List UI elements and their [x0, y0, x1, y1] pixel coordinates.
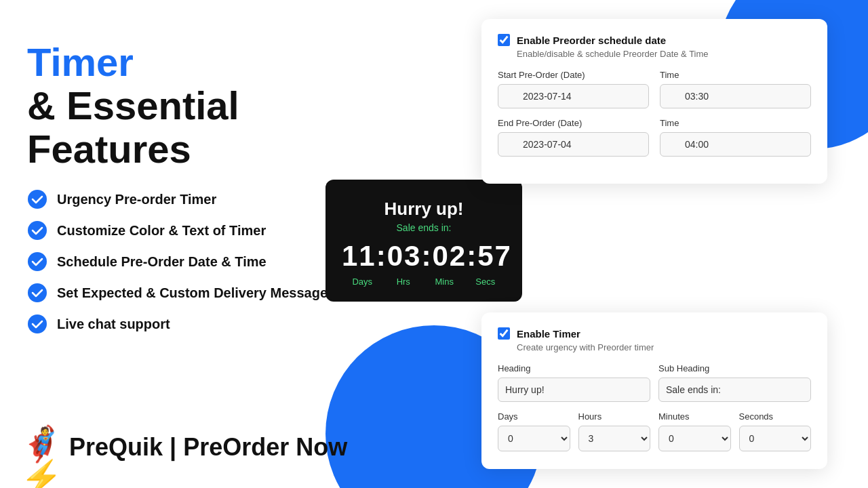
start-date-label: Start Pre-Order (Date) [498, 70, 649, 80]
end-date-group: End Pre-Order (Date) 📅 [498, 118, 649, 157]
timer-label-hrs: Hrs [383, 277, 425, 287]
start-date-wrapper: 📅 [498, 84, 649, 108]
schedule-start-row: Start Pre-Order (Date) 📅 Time 🕐 [498, 70, 811, 108]
timer-label-secs: Secs [465, 277, 507, 287]
brand-footer: 🦸⚡ PreQuik | PreOrder Now [20, 427, 347, 468]
end-time-group: Time 🕐 [660, 118, 811, 157]
start-time-group: Time 🕐 [660, 70, 811, 108]
timer-days-group: Days 0 [498, 411, 570, 451]
title-timer: Timer [27, 40, 134, 84]
feature-text-customize: Customize Color & Text of Timer [57, 223, 266, 239]
end-date-wrapper: 📅 [498, 132, 649, 157]
timer-widget: Hurry up! Sale ends in: 11:03:02:57 Days… [326, 180, 522, 302]
title-essential-2: Features [27, 127, 191, 171]
start-date-input[interactable] [498, 84, 649, 108]
check-icon-chat [27, 314, 47, 334]
timer-hours-label: Hours [578, 411, 651, 422]
timer-seconds-group: Seconds 0 [739, 411, 812, 451]
timer-hours: 03 [387, 240, 422, 272]
timer-labels: Days Hrs Mins Secs [342, 277, 506, 287]
check-icon-delivery [27, 283, 47, 303]
timer-subheading-label: Sub Heading [658, 363, 811, 373]
start-time-label: Time [660, 70, 811, 80]
check-icon-urgency [27, 189, 47, 209]
timer-time-row: Days 0 Hours 3 Minutes 0 Seconds 0 [498, 411, 811, 451]
check-icon-schedule [27, 251, 47, 272]
features-list: Urgency Pre-order Timer Customize Color … [27, 189, 339, 334]
timer-seconds-select[interactable]: 0 [739, 426, 812, 451]
timer-checkbox-row: Enable Timer [498, 327, 811, 340]
start-date-group: Start Pre-Order (Date) 📅 [498, 70, 649, 108]
start-time-input[interactable] [660, 84, 811, 108]
svg-point-0 [28, 190, 47, 209]
timer-mins: 02 [432, 240, 467, 272]
timer-subheading-input[interactable] [658, 378, 811, 402]
timer-heading-input[interactable] [498, 378, 650, 402]
svg-point-2 [28, 252, 47, 271]
timer-widget-heading: Hurry up! [342, 199, 506, 220]
schedule-enable-checkbox[interactable] [498, 34, 510, 46]
end-time-label: Time [660, 118, 811, 128]
svg-point-1 [28, 221, 47, 240]
timer-enable-checkbox[interactable] [498, 327, 510, 340]
end-time-wrapper: 🕐 [660, 132, 811, 157]
title-essential-1: & Essential [27, 83, 239, 127]
end-time-input[interactable] [660, 132, 811, 157]
left-panel: Timer & Essential Features Urgency Pre-o… [27, 41, 339, 334]
timer-hours-select[interactable]: 3 [578, 426, 651, 451]
timer-secs: 57 [477, 240, 512, 272]
timer-label-days: Days [342, 277, 383, 287]
title-block: Timer & Essential Features [27, 41, 339, 170]
feature-text-schedule: Schedule Pre-Order Date & Time [57, 254, 267, 270]
feature-text-chat: Live chat support [57, 317, 170, 332]
timer-label-mins: Mins [424, 277, 465, 287]
timer-hours-group: Hours 3 [578, 411, 651, 451]
timer-heading-group: Heading [498, 363, 650, 402]
timer-settings-card: Enable Timer Create urgency with Preorde… [481, 312, 827, 469]
timer-digits: 11:03:02:57 [342, 240, 506, 272]
feature-item-urgency: Urgency Pre-order Timer [27, 189, 339, 209]
timer-heading-label: Heading [498, 363, 650, 373]
timer-days-select[interactable]: 0 [498, 426, 570, 451]
feature-item-delivery: Set Expected & Custom Delivery Message [27, 283, 339, 303]
timer-minutes-select[interactable]: 0 [658, 426, 731, 451]
brand-logo-icon: 🦸⚡ [20, 427, 61, 468]
feature-item-schedule: Schedule Pre-Order Date & Time [27, 251, 339, 272]
feature-item-customize: Customize Color & Text of Timer [27, 220, 339, 241]
schedule-end-row: End Pre-Order (Date) 📅 Time 🕐 [498, 118, 811, 157]
timer-card-subtitle: Create urgency with Preorder timer [517, 342, 811, 352]
svg-point-3 [28, 283, 47, 302]
timer-card-title: Enable Timer [517, 328, 580, 340]
brand-name: PreQuik | PreOrder Now [69, 433, 347, 462]
feature-item-chat: Live chat support [27, 314, 339, 334]
schedule-checkbox-row: Enable Preorder schedule date [498, 34, 811, 46]
timer-widget-subheading: Sale ends in: [342, 222, 506, 233]
timer-minutes-label: Minutes [658, 411, 731, 422]
feature-text-delivery: Set Expected & Custom Delivery Message [57, 285, 328, 301]
feature-text-urgency: Urgency Pre-order Timer [57, 192, 216, 207]
schedule-card-title: Enable Preorder schedule date [517, 35, 666, 46]
timer-seconds-label: Seconds [739, 411, 812, 422]
timer-days: 11 [342, 240, 376, 272]
timer-heading-row: Heading Sub Heading [498, 363, 811, 402]
timer-days-label: Days [498, 411, 570, 422]
end-date-label: End Pre-Order (Date) [498, 118, 649, 128]
svg-point-4 [28, 314, 47, 333]
end-date-input[interactable] [498, 132, 649, 157]
start-time-wrapper: 🕐 [660, 84, 811, 108]
schedule-card: Enable Preorder schedule date Enable/dis… [481, 19, 827, 184]
check-icon-customize [27, 220, 47, 241]
timer-subheading-group: Sub Heading [658, 363, 811, 402]
schedule-card-subtitle: Enable/disable & schedule Preorder Date … [517, 49, 811, 59]
timer-minutes-group: Minutes 0 [658, 411, 731, 451]
